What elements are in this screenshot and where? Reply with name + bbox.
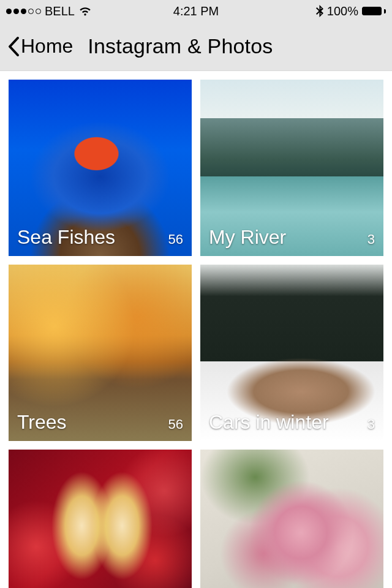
status-left: BELL — [6, 4, 173, 18]
album-label: Sea Fishes56 — [9, 226, 192, 249]
battery-percent: 100% — [327, 4, 358, 18]
album-tile[interactable]: Cars in winter3 — [200, 265, 383, 441]
album-title: Cars in winter — [209, 411, 329, 434]
album-title: My River — [209, 226, 286, 249]
status-bar: BELL 4:21 PM 100% — [0, 0, 392, 22]
album-image — [200, 450, 383, 588]
album-tile[interactable] — [200, 450, 383, 588]
back-button[interactable]: Home — [4, 32, 77, 60]
album-count: 3 — [368, 232, 375, 247]
page-title: Instagram & Photos — [88, 34, 273, 58]
chevron-left-icon — [7, 36, 20, 57]
signal-strength-icon — [6, 9, 41, 14]
album-count: 56 — [168, 232, 183, 247]
album-count: 56 — [168, 417, 183, 432]
back-label: Home — [21, 35, 73, 58]
album-grid: Sea Fishes56My River3Trees56Cars in wint… — [0, 71, 392, 588]
bluetooth-icon — [316, 5, 323, 17]
album-label: Cars in winter3 — [200, 411, 383, 434]
album-tile[interactable]: Sea Fishes56 — [9, 80, 192, 256]
album-image — [9, 450, 192, 588]
battery-icon — [362, 7, 386, 15]
status-right: 100% — [219, 4, 386, 18]
album-title: Trees — [17, 411, 67, 434]
album-tile[interactable]: Trees56 — [9, 265, 192, 441]
status-time: 4:21 PM — [173, 4, 219, 18]
album-tile[interactable]: My River3 — [200, 80, 383, 256]
album-label: Trees56 — [9, 411, 192, 434]
nav-bar: Home Instagram & Photos — [0, 22, 392, 71]
wifi-icon — [78, 6, 92, 16]
album-tile[interactable] — [9, 450, 192, 588]
album-label: My River3 — [200, 226, 383, 249]
album-count: 3 — [368, 417, 375, 432]
album-title: Sea Fishes — [17, 226, 115, 249]
carrier-label: BELL — [45, 4, 75, 18]
